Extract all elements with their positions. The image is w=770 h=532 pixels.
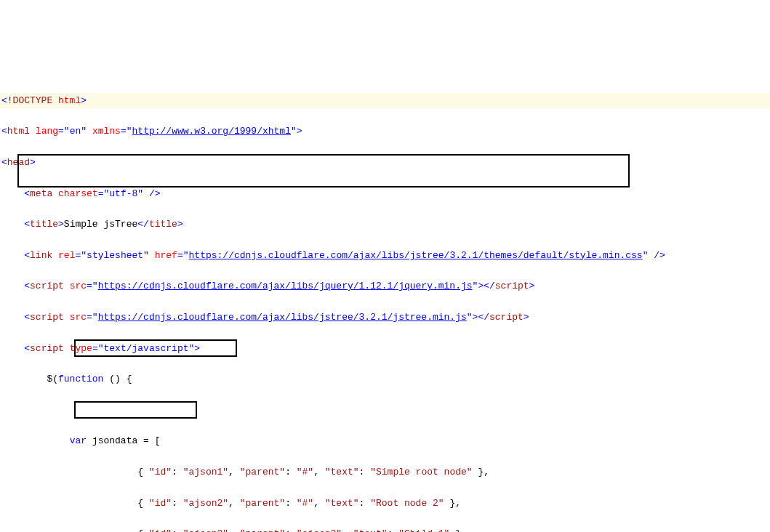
code-line: { "id": "ajson2", "parent": "#", "text":… xyxy=(0,496,770,511)
code-line: <script src="https://cdnjs.cloudflare.co… xyxy=(0,310,770,325)
code-line: var jsondata = [ xyxy=(0,433,770,448)
stylesheet-link[interactable]: https://cdnjs.cloudflare.com/ajax/libs/j… xyxy=(189,248,643,263)
code-line: <script src="https://cdnjs.cloudflare.co… xyxy=(0,278,770,294)
code-line: { "id": "ajson3", "parent": "ajson2", "t… xyxy=(0,526,770,532)
code-line: <meta charset="utf-8" /> xyxy=(0,186,770,201)
jquery-link[interactable]: https://cdnjs.cloudflare.com/ajax/libs/j… xyxy=(98,278,473,294)
code-line: <title>Simple jsTree</title> xyxy=(0,217,770,232)
code-line xyxy=(0,403,770,418)
code-line: <html lang="en" xmlns="http://www.w3.org… xyxy=(0,124,770,139)
code-line: <!DOCTYPE html> xyxy=(0,93,770,108)
code-line: <script type="text/javascript"> xyxy=(0,341,770,356)
code-line: $(function () { xyxy=(0,371,770,387)
code-line: <head> xyxy=(0,155,770,170)
code-editor: <!DOCTYPE html> <html lang="en" xmlns="h… xyxy=(0,62,770,532)
code-line: { "id": "ajson1", "parent": "#", "text":… xyxy=(0,464,770,480)
xmlns-link[interactable]: http://www.w3.org/1999/xhtml xyxy=(132,124,291,139)
jstree-link[interactable]: https://cdnjs.cloudflare.com/ajax/libs/j… xyxy=(98,310,467,325)
code-line: <link rel="stylesheet" href="https://cdn… xyxy=(0,248,770,263)
